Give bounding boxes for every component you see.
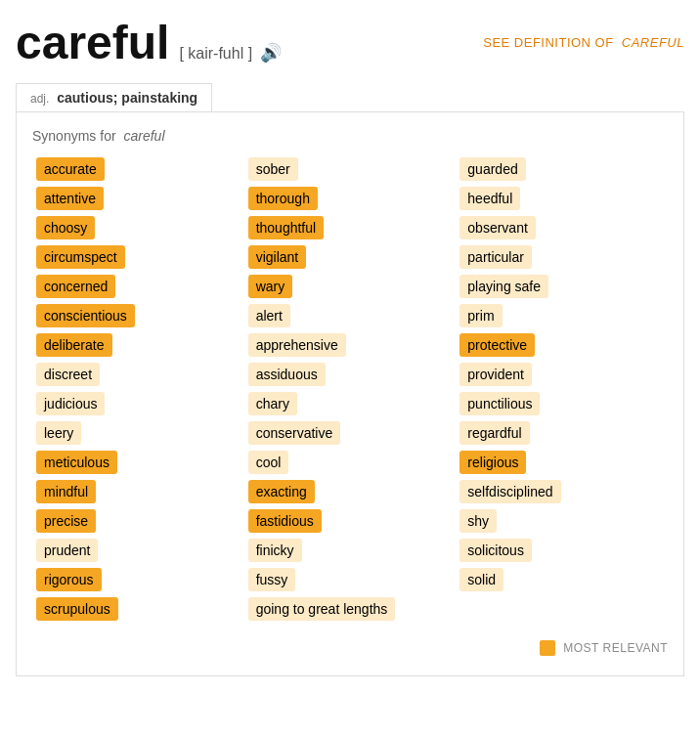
see-definition-prefix: SEE DEFINITION OF bbox=[483, 35, 613, 50]
synonym-tag[interactable]: heedful bbox=[459, 187, 520, 210]
column-2: soberthoroughthoughtfulvigilantwaryalert… bbox=[244, 157, 457, 623]
synonym-tag[interactable]: fussy bbox=[248, 568, 296, 591]
synonym-tag[interactable]: sober bbox=[248, 157, 298, 181]
synonym-tag[interactable]: judicious bbox=[36, 392, 105, 415]
see-definition-link[interactable]: SEE DEFINITION OF careful bbox=[483, 35, 684, 50]
content-box: Synonyms for careful accurateattentivech… bbox=[16, 111, 684, 676]
part-of-speech: adj. bbox=[30, 92, 49, 106]
synonym-tag[interactable]: selfdisciplined bbox=[459, 480, 560, 503]
synonym-tag[interactable]: observant bbox=[459, 216, 535, 239]
synonym-tag[interactable]: concerned bbox=[36, 275, 115, 298]
synonyms-grid: accurateattentivechoosycircumspectconcer… bbox=[32, 157, 668, 623]
page-header: careful [ kair-fuhl ] 🔊 SEE DEFINITION O… bbox=[16, 16, 684, 69]
synonym-tag[interactable]: choosy bbox=[36, 216, 95, 239]
synonym-tag[interactable]: going to great lengths bbox=[248, 597, 396, 621]
definition-text: cautious; painstaking bbox=[57, 90, 197, 106]
legend-color-box bbox=[540, 640, 555, 656]
legend-label: MOST RELEVANT bbox=[563, 641, 668, 655]
synonym-tag[interactable]: alert bbox=[248, 304, 290, 327]
synonym-tag[interactable]: assiduous bbox=[248, 363, 326, 386]
synonym-tag[interactable]: wary bbox=[248, 275, 293, 298]
synonyms-word: careful bbox=[123, 128, 164, 144]
synonym-tag[interactable]: chary bbox=[248, 392, 297, 415]
synonym-tag[interactable]: conservative bbox=[248, 421, 341, 445]
synonym-tag[interactable]: circumspect bbox=[36, 245, 125, 269]
sound-icon[interactable]: 🔊 bbox=[260, 42, 282, 64]
synonym-tag[interactable]: solicitous bbox=[459, 539, 532, 562]
column-1: accurateattentivechoosycircumspectconcer… bbox=[32, 157, 244, 623]
synonym-tag[interactable]: scrupulous bbox=[36, 597, 118, 621]
synonym-tag[interactable]: solid bbox=[459, 568, 503, 591]
synonym-tag[interactable]: conscientious bbox=[36, 304, 135, 327]
synonym-tag[interactable]: particular bbox=[459, 245, 532, 269]
synonyms-prefix: Synonyms for bbox=[32, 128, 116, 144]
main-word: careful bbox=[16, 16, 169, 69]
synonym-tag[interactable]: mindful bbox=[36, 480, 96, 503]
synonym-tag[interactable]: shy bbox=[459, 509, 497, 533]
synonym-tag[interactable]: deliberate bbox=[36, 333, 112, 357]
synonym-tag[interactable]: apprehensive bbox=[248, 333, 346, 357]
definition-tab[interactable]: adj. cautious; painstaking bbox=[16, 83, 212, 111]
pronunciation: [ kair-fuhl ] bbox=[179, 45, 252, 63]
synonym-tag[interactable]: precise bbox=[36, 509, 96, 533]
synonym-tag[interactable]: punctilious bbox=[459, 392, 540, 415]
synonym-tag[interactable]: vigilant bbox=[248, 245, 307, 269]
column-3: guardedheedfulobservantparticularplaying… bbox=[456, 157, 668, 623]
synonym-tag[interactable]: rigorous bbox=[36, 568, 102, 591]
synonym-tag[interactable]: cool bbox=[248, 451, 289, 474]
synonym-tag[interactable]: accurate bbox=[36, 157, 105, 181]
synonym-tag[interactable]: fastidious bbox=[248, 509, 322, 533]
synonym-tag[interactable]: religious bbox=[459, 451, 526, 474]
synonym-tag[interactable]: thoughtful bbox=[248, 216, 325, 239]
synonym-tag[interactable]: attentive bbox=[36, 187, 104, 210]
synonym-tag[interactable]: leery bbox=[36, 421, 81, 445]
legend-row: MOST RELEVANT bbox=[32, 640, 668, 656]
synonym-tag[interactable]: exacting bbox=[248, 480, 315, 503]
synonym-tag[interactable]: prudent bbox=[36, 539, 98, 562]
synonym-tag[interactable]: finicky bbox=[248, 539, 302, 562]
synonym-tag[interactable]: provident bbox=[459, 363, 532, 386]
see-definition-word: careful bbox=[622, 35, 684, 50]
synonym-tag[interactable]: protective bbox=[459, 333, 535, 357]
synonym-tag[interactable]: thorough bbox=[248, 187, 318, 210]
synonym-tag[interactable]: guarded bbox=[459, 157, 525, 181]
synonym-tag[interactable]: playing safe bbox=[459, 275, 548, 298]
synonym-tag[interactable]: meticulous bbox=[36, 451, 117, 474]
synonym-tag[interactable]: discreet bbox=[36, 363, 100, 386]
synonym-tag[interactable]: regardful bbox=[459, 421, 529, 445]
synonyms-label: Synonyms for careful bbox=[32, 128, 668, 144]
synonym-tag[interactable]: prim bbox=[459, 304, 502, 327]
